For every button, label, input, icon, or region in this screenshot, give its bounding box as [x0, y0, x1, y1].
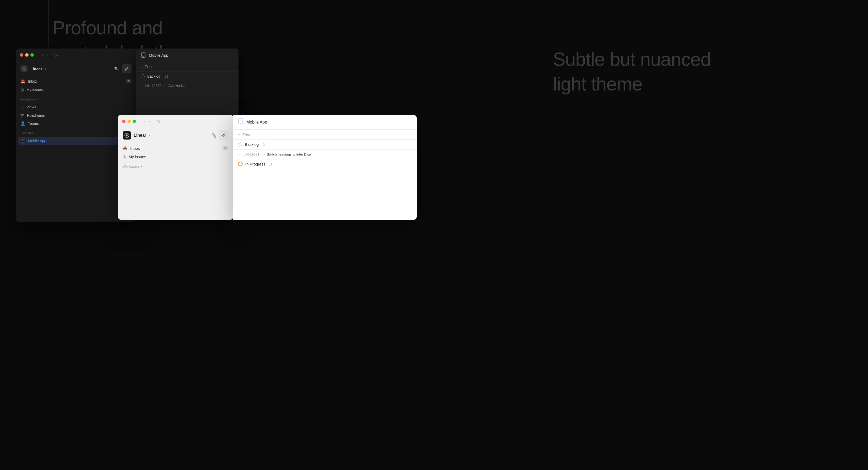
close-button-dark[interactable] — [20, 53, 23, 57]
light-backlog-row[interactable]: Backlog 1 — [233, 140, 417, 149]
favorites-section-dark: Favorites ▾ — [18, 128, 134, 137]
sidebar-item-inbox-light[interactable]: 📥 Inbox 3 — [120, 144, 231, 152]
sidebar-item-roadmaps-dark[interactable]: 🗺 Roadmaps — [18, 111, 134, 119]
inbox-icon-dark: 📥 — [21, 79, 25, 84]
tagline-light: Subtle but nuanced light theme — [553, 47, 711, 96]
myissues-label-dark: My issues — [27, 88, 43, 92]
roadmaps-icon-dark: 🗺 — [21, 113, 24, 117]
mobileapp-icon-dark: 📱 — [21, 139, 25, 143]
chevron-brand-dark: ▾ — [45, 67, 46, 70]
filter-icon-dark: ≡ — [141, 64, 143, 69]
inbox-label-dark: Inbox — [28, 79, 37, 83]
history-button-dark[interactable]: ◷ — [54, 53, 58, 57]
backlog-icon-dark — [141, 74, 145, 79]
backlog-icon-light — [238, 142, 242, 147]
light-panel-header: Mobile App ··· — [233, 115, 417, 129]
light-backlog-label: Backlog — [245, 142, 259, 147]
sidebar-item-mobileapp-dark[interactable]: 📱 Mobile App — [18, 137, 134, 145]
filter-icon-light: ≡ — [238, 132, 240, 137]
back-button-dark[interactable]: ‹ — [42, 52, 43, 58]
light-issue-row[interactable]: ··· LIN-19631 ◌ Switch headings to Inter… — [233, 149, 417, 159]
light-issue-id: LIN-19631 — [244, 152, 259, 156]
sidebar-light: Linear ▾ 🔍 📥 Inbox 3 ◎ My issues — [118, 128, 233, 170]
views-icon-dark: ⊞ — [21, 105, 24, 109]
sidebar-item-inbox-dark[interactable]: 📥 Inbox 3 — [18, 77, 134, 86]
dark-issue-row[interactable]: ··· LIN-19737 ◌ Add worke... — [136, 81, 239, 90]
dark-filter-row[interactable]: ≡ Filter — [136, 62, 239, 71]
back-button-light[interactable]: ‹ — [144, 119, 146, 124]
maximize-button-light[interactable] — [133, 120, 136, 123]
light-window: ‹ › ◷ Linear ▾ 🔍 — [118, 115, 233, 220]
brand-name-dark: Linear — [30, 67, 42, 71]
workspace-section-light: Workspace ▾ — [120, 161, 231, 170]
myissues-label-light: My issues — [129, 154, 146, 159]
dark-issue-id: LIN-19737 — [145, 84, 161, 88]
sidebar-item-views-dark[interactable]: ⊞ Views — [18, 103, 134, 111]
workspace-chevron-light: ▾ — [141, 165, 142, 168]
sidebar-item-teams-dark[interactable]: 👤 Teams — [18, 119, 134, 128]
inbox-label-light: Inbox — [130, 146, 140, 151]
dark-panel-header: Mobile App ··· — [136, 49, 239, 62]
dark-window-titlebar: ‹ › ◷ — [16, 49, 136, 61]
dark-backlog-row[interactable]: Backlog 21 — [136, 71, 239, 81]
dark-backlog-label: Backlog — [147, 74, 160, 79]
inbox-icon-light: 📥 — [123, 146, 128, 151]
traffic-lights-light — [122, 120, 136, 123]
sidebar-item-myissues-light[interactable]: ◎ My issues — [120, 152, 231, 161]
light-inprogress-label: In Progress — [245, 162, 266, 166]
dark-panel-title: Mobile App — [149, 53, 168, 57]
workspace-section-dark: Workspace ▾ — [18, 94, 134, 103]
dark-issue-title: Add worke... — [168, 84, 187, 88]
myissues-icon-light: ◎ — [123, 154, 126, 159]
light-panel-title: Mobile App — [246, 120, 267, 125]
sidebar-item-myissues-dark[interactable]: ◎ My issues — [18, 86, 134, 94]
chevron-brand-light: ▾ — [149, 134, 150, 137]
inbox-badge-dark: 3 — [126, 79, 131, 83]
workspace-chevron-dark: ▾ — [37, 98, 39, 101]
search-button-dark[interactable]: 🔍 — [113, 65, 120, 72]
forward-button-dark[interactable]: › — [46, 52, 48, 58]
inprogress-icon-light — [238, 161, 243, 166]
workspace-header-light: Linear ▾ 🔍 — [120, 128, 231, 143]
dark-backlog-count: 21 — [164, 74, 169, 79]
workspace-brand-dark[interactable]: Linear ▾ — [21, 65, 46, 72]
myissues-icon-dark: ◎ — [21, 87, 24, 92]
dark-filter-label: Filter — [145, 64, 153, 69]
compose-button-dark[interactable] — [122, 64, 131, 74]
forward-button-light[interactable]: › — [149, 119, 150, 124]
light-issue-title: Switch headings to Inter Displ... — [267, 152, 314, 156]
close-button-light[interactable] — [122, 120, 126, 123]
minimize-button-light[interactable] — [127, 120, 131, 123]
dark-panel-dots[interactable]: ··· — [231, 53, 234, 57]
traffic-lights-dark — [20, 53, 34, 57]
issue-status-dark: ◌ — [163, 83, 166, 88]
maximize-button-dark[interactable] — [30, 53, 34, 57]
history-button-light[interactable]: ◷ — [156, 119, 160, 124]
light-filter-label: Filter — [242, 133, 251, 137]
light-inprogress-row[interactable]: In Progress 3 — [233, 159, 417, 169]
mobile-app-icon-dark — [141, 52, 146, 58]
issue-dots-dark: ··· — [141, 84, 143, 87]
teams-icon-dark: 👤 — [21, 121, 25, 126]
issue-dots-light: ··· — [238, 152, 241, 156]
brand-name-light: Linear — [134, 133, 146, 138]
favorites-chevron-dark: ▾ — [35, 132, 36, 135]
light-content-panel: Mobile App ··· ≡ Filter Backlog 1 ··· LI… — [233, 115, 417, 220]
light-window-titlebar: ‹ › ◷ — [118, 115, 233, 128]
light-panel-dots[interactable]: ··· — [406, 119, 412, 125]
brand-icon-light — [123, 131, 131, 140]
issue-status-light: ◌ — [261, 152, 265, 156]
search-button-light[interactable]: 🔍 — [211, 133, 216, 138]
compose-button-light[interactable] — [219, 130, 228, 140]
minimize-button-dark[interactable] — [25, 53, 29, 57]
light-inprogress-count: 3 — [270, 162, 272, 166]
mobile-app-icon-light — [238, 119, 244, 126]
divider-left — [49, 0, 49, 47]
sidebar-actions-light: 🔍 — [211, 130, 228, 140]
workspace-brand-light[interactable]: Linear ▾ — [123, 131, 150, 140]
sidebar-actions-dark: 🔍 — [113, 64, 131, 74]
light-filter-row[interactable]: ≡ Filter — [233, 129, 417, 140]
inbox-badge-light: 3 — [222, 146, 228, 151]
light-backlog-count: 1 — [263, 142, 265, 147]
workspace-header-dark: Linear ▾ 🔍 — [18, 61, 134, 76]
